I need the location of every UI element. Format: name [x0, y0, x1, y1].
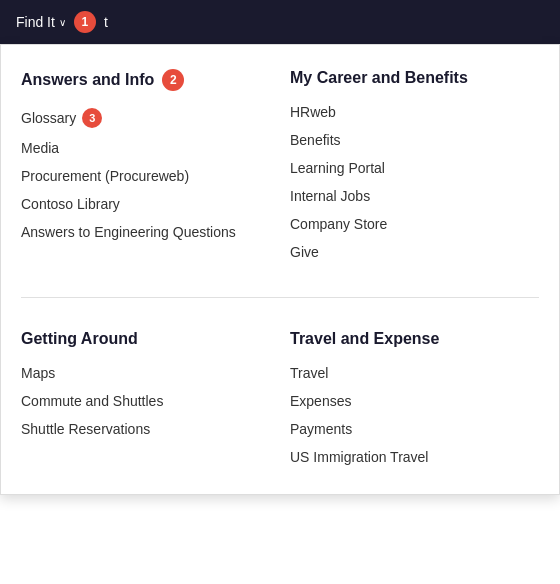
section-title-getting-around: Getting Around — [21, 330, 138, 348]
menu-item-answers-to-engineering-questions[interactable]: Answers to Engineering Questions — [21, 219, 270, 245]
section-header-getting-around: Getting Around — [21, 330, 270, 348]
section-my-career-and-benefits: My Career and BenefitsHRwebBenefitsLearn… — [290, 69, 539, 265]
menu-item-label: Give — [290, 244, 319, 260]
menu-item-label: Procurement (Procureweb) — [21, 168, 189, 184]
section-travel-and-expense: Travel and ExpenseTravelExpensesPayments… — [290, 330, 539, 470]
menu-item-label: Company Store — [290, 216, 387, 232]
menu-item-label: Contoso Library — [21, 196, 120, 212]
menu-item-label: Media — [21, 140, 59, 156]
header-bar: Find It ∨ 1 t — [0, 0, 560, 44]
menu-items-my-career-and-benefits: HRwebBenefitsLearning PortalInternal Job… — [290, 99, 539, 265]
section-badge-answers-and-info: 2 — [162, 69, 184, 91]
menu-item-us-immigration-travel[interactable]: US Immigration Travel — [290, 444, 539, 470]
section-answers-and-info: Answers and Info2Glossary3MediaProcureme… — [21, 69, 270, 265]
menu-item-label: Expenses — [290, 393, 351, 409]
chevron-down-icon: ∨ — [59, 17, 66, 28]
find-it-label: Find It — [16, 14, 55, 30]
menu-item-contoso-library[interactable]: Contoso Library — [21, 191, 270, 217]
menu-item-payments[interactable]: Payments — [290, 416, 539, 442]
menu-item-label: US Immigration Travel — [290, 449, 428, 465]
menu-item-hrweb[interactable]: HRweb — [290, 99, 539, 125]
menu-item-label: Travel — [290, 365, 328, 381]
section-header-travel-and-expense: Travel and Expense — [290, 330, 539, 348]
menu-item-label: Internal Jobs — [290, 188, 370, 204]
find-it-button[interactable]: Find It ∨ — [16, 14, 66, 30]
menu-item-expenses[interactable]: Expenses — [290, 388, 539, 414]
header-extra-text: t — [104, 14, 108, 30]
section-title-travel-and-expense: Travel and Expense — [290, 330, 439, 348]
section-divider — [21, 297, 539, 298]
section-header-my-career-and-benefits: My Career and Benefits — [290, 69, 539, 87]
dropdown-panel: Answers and Info2Glossary3MediaProcureme… — [0, 44, 560, 495]
menu-items-answers-and-info: Glossary3MediaProcurement (Procureweb)Co… — [21, 103, 270, 245]
section-header-answers-and-info: Answers and Info2 — [21, 69, 270, 91]
menu-item-label: Commute and Shuttles — [21, 393, 163, 409]
section-title-answers-and-info: Answers and Info — [21, 71, 154, 89]
menu-item-shuttle-reservations[interactable]: Shuttle Reservations — [21, 416, 270, 442]
menu-item-internal-jobs[interactable]: Internal Jobs — [290, 183, 539, 209]
menu-item-benefits[interactable]: Benefits — [290, 127, 539, 153]
menu-item-label: Shuttle Reservations — [21, 421, 150, 437]
menu-item-procurement-procureweb[interactable]: Procurement (Procureweb) — [21, 163, 270, 189]
menu-item-label: Glossary — [21, 110, 76, 126]
menu-items-travel-and-expense: TravelExpensesPaymentsUS Immigration Tra… — [290, 360, 539, 470]
menu-item-media[interactable]: Media — [21, 135, 270, 161]
menu-item-company-store[interactable]: Company Store — [290, 211, 539, 237]
menu-item-label: Payments — [290, 421, 352, 437]
menu-item-label: Maps — [21, 365, 55, 381]
menu-item-label: Learning Portal — [290, 160, 385, 176]
item-badge-glossary: 3 — [82, 108, 102, 128]
menu-item-label: HRweb — [290, 104, 336, 120]
menu-item-label: Benefits — [290, 132, 341, 148]
menu-item-learning-portal[interactable]: Learning Portal — [290, 155, 539, 181]
menu-item-travel[interactable]: Travel — [290, 360, 539, 386]
menu-item-glossary[interactable]: Glossary3 — [21, 103, 270, 133]
section-title-my-career-and-benefits: My Career and Benefits — [290, 69, 468, 87]
menu-item-commute-and-shuttles[interactable]: Commute and Shuttles — [21, 388, 270, 414]
menu-item-give[interactable]: Give — [290, 239, 539, 265]
menu-item-maps[interactable]: Maps — [21, 360, 270, 386]
menu-item-label: Answers to Engineering Questions — [21, 224, 236, 240]
header-badge-1: 1 — [74, 11, 96, 33]
section-getting-around: Getting AroundMapsCommute and ShuttlesSh… — [21, 330, 270, 470]
menu-items-getting-around: MapsCommute and ShuttlesShuttle Reservat… — [21, 360, 270, 442]
